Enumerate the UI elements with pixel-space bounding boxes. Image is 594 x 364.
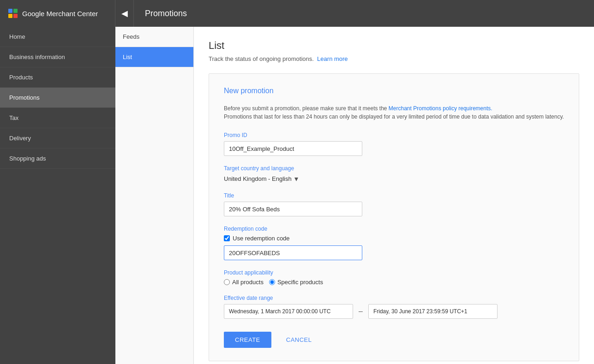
all-products-option[interactable]: All products	[224, 279, 264, 286]
policy-link[interactable]: Merchant Promotions policy requirements.	[389, 105, 492, 112]
product-label: Product applicability	[224, 269, 564, 276]
sidebar-item-home[interactable]: Home	[0, 27, 115, 47]
product-group: Product applicability All products Speci…	[224, 269, 564, 286]
specific-products-option[interactable]: Specific products	[269, 279, 323, 286]
page-header-title: Promotions	[134, 9, 198, 18]
promo-id-group: Promo ID	[224, 132, 564, 156]
sidebar-item-products[interactable]: Products	[0, 67, 115, 88]
cancel-button[interactable]: CANCEL	[279, 332, 319, 348]
target-group: Target country and language United Kingd…	[224, 165, 564, 183]
notice-prefix: Before you submit a promotion, please ma…	[224, 105, 387, 112]
title-input[interactable]	[224, 202, 362, 216]
collapse-button[interactable]: ◀	[115, 0, 134, 27]
create-button[interactable]: CREATE	[224, 332, 271, 348]
redemption-checkbox-row: Use redemption code	[224, 235, 564, 242]
sub-sidebar-item-list[interactable]: List	[115, 47, 193, 67]
page-subtitle: Track the status of ongoing promotions. …	[209, 55, 579, 62]
title-group: Title	[224, 192, 564, 216]
radio-group: All products Specific products	[224, 279, 564, 286]
button-row: CREATE CANCEL	[224, 332, 564, 348]
svg-rect-2	[8, 14, 12, 18]
promotion-card: New promotion Before you submit a promot…	[209, 73, 579, 361]
target-dropdown-arrow[interactable]: ▾	[294, 174, 298, 183]
sub-sidebar-item-feeds[interactable]: Feeds	[115, 27, 193, 47]
sidebar-item-delivery[interactable]: Delivery	[0, 128, 115, 149]
sidebar-item-tax[interactable]: Tax	[0, 108, 115, 128]
notice-text: Before you submit a promotion, please ma…	[224, 104, 564, 121]
sidebar-item-business-information[interactable]: Business information	[0, 47, 115, 67]
sub-sidebar: Feeds List	[115, 27, 194, 364]
top-bar: Google Merchant Center ◀ Promotions	[0, 0, 594, 27]
svg-rect-0	[8, 9, 12, 13]
redemption-label: Redemption code	[224, 226, 564, 232]
subtitle-text: Track the status of ongoing promotions.	[209, 55, 314, 62]
date-end-input[interactable]	[368, 304, 498, 319]
promo-id-input[interactable]	[224, 141, 362, 156]
svg-rect-3	[13, 14, 18, 18]
svg-rect-1	[13, 9, 18, 13]
specific-products-label: Specific products	[277, 279, 323, 286]
redemption-code-input[interactable]	[224, 245, 362, 260]
page-title: List	[209, 40, 579, 52]
title-label: Title	[224, 192, 564, 199]
target-value: United Kingdom - English	[224, 175, 292, 182]
specific-products-radio[interactable]	[269, 279, 275, 285]
brand-logo: Google Merchant Center	[0, 0, 115, 27]
notice-suffix: Promotions that last for less than 24 ho…	[224, 113, 564, 120]
redemption-checkbox[interactable]	[224, 235, 230, 241]
learn-more-link[interactable]: Learn more	[317, 55, 348, 62]
all-products-radio[interactable]	[224, 279, 230, 285]
sidebar: Home Business information Products Promo…	[0, 27, 115, 364]
target-label: Target country and language	[224, 165, 564, 172]
main-layout: Home Business information Products Promo…	[0, 27, 594, 364]
date-label: Effective date range	[224, 295, 564, 301]
sidebar-item-shopping-ads[interactable]: Shopping ads	[0, 149, 115, 169]
all-products-label: All products	[232, 279, 264, 286]
date-range-row: –	[224, 304, 564, 319]
card-title: New promotion	[224, 87, 564, 95]
date-start-input[interactable]	[224, 304, 353, 319]
google-icon	[7, 8, 18, 19]
date-group: Effective date range –	[224, 295, 564, 319]
content-area: List Track the status of ongoing promoti…	[194, 27, 594, 364]
promo-id-label: Promo ID	[224, 132, 564, 138]
date-separator: –	[359, 307, 363, 316]
redemption-checkbox-label: Use redemption code	[233, 235, 290, 242]
sidebar-item-promotions[interactable]: Promotions	[0, 88, 115, 108]
brand-name: Google Merchant Center	[22, 10, 98, 18]
target-select-wrapper: United Kingdom - English ▾	[224, 174, 564, 183]
redemption-group: Redemption code Use redemption code	[224, 226, 564, 260]
